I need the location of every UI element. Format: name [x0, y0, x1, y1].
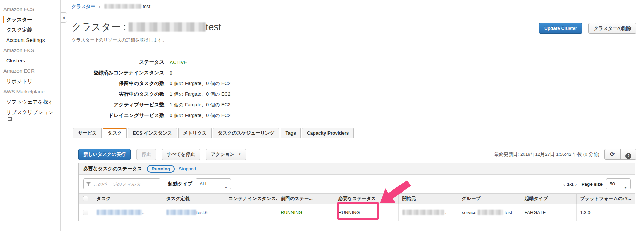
tab-metrics[interactable]: メトリクス	[178, 128, 212, 138]
main-content: クラスター › -test クラスター : test Update Cluste…	[61, 0, 644, 231]
task-link[interactable]: ...	[142, 210, 146, 215]
redacted-task-id	[97, 210, 142, 215]
nav-section-aws-marketplace: AWS Marketplace	[0, 86, 60, 97]
col-header-task[interactable]: タスク	[93, 194, 163, 204]
tab-tags[interactable]: Tags	[281, 128, 301, 138]
redacted-cluster-name	[104, 4, 141, 9]
group-suffix: -test	[503, 210, 512, 215]
delete-cluster-button[interactable]: クラスターの削除	[588, 23, 636, 34]
status-field-label: 保留中のタスクの数	[72, 80, 164, 87]
help-button[interactable]: ?	[620, 149, 636, 159]
col-header-group[interactable]: グループ	[458, 194, 521, 204]
pagination: ‹ 1-1 › Page size 50 ▼	[562, 175, 631, 193]
tab-ecs-instances[interactable]: ECS インスタンス	[128, 128, 177, 138]
tab-capacity-providers[interactable]: Capacity Providers	[302, 128, 354, 138]
started-by-cell: .	[398, 204, 458, 221]
platform-version-cell: 1.3.0	[576, 204, 635, 221]
sidebar-item-account-settings[interactable]: Account Settings	[0, 35, 60, 45]
next-page-button[interactable]: ›	[573, 181, 579, 187]
page-title-prefix: クラスター :	[72, 22, 129, 32]
status-row: 実行中のタスクの数 1 個の Fargate、0 個の EC2	[72, 89, 230, 100]
select-all-checkbox[interactable]	[83, 196, 88, 201]
col-header-container-instance[interactable]: コンテナインスタンス...	[225, 194, 277, 204]
status-field-label: ステータス	[72, 59, 164, 66]
sidebar-item-label: リポジトリ	[6, 78, 33, 84]
nav-section-amazon-ecr: Amazon ECR	[0, 66, 60, 76]
stop-all-button[interactable]: すべてを停止	[162, 149, 200, 160]
started-by-suffix: .	[445, 210, 446, 215]
status-field-label: アクティブサービス数	[72, 102, 164, 108]
page-range-text: 1-1	[567, 182, 574, 187]
update-cluster-button[interactable]: Update Cluster	[539, 23, 582, 34]
registered-instances-value: 0	[170, 70, 172, 76]
sidebar-item-label: Clusters	[6, 58, 25, 63]
launch-type-value: ALL	[200, 181, 208, 186]
panel-border	[73, 138, 73, 227]
sidebar-item-clusters[interactable]: クラスター	[0, 14, 60, 25]
group-prefix: service:	[462, 210, 478, 215]
status-row: ステータス ACTIVE	[72, 57, 230, 68]
chevron-down-icon: ▼	[238, 149, 241, 160]
status-row: ドレイニングサービス数 0 個の Fargate、0 個の EC2	[72, 110, 230, 121]
sidebar-item-label: ソフトウェアを探す	[6, 99, 53, 105]
breadcrumb: クラスター › -test	[72, 3, 150, 10]
tab-tasks[interactable]: タスク	[103, 128, 127, 138]
sidebar-item-eks-clusters[interactable]: Clusters	[0, 56, 60, 66]
col-header-platform-version[interactable]: プラットフォームのバ...	[576, 194, 635, 204]
col-header-task-definition[interactable]: タスク定義	[163, 194, 225, 204]
run-new-task-button[interactable]: 新しいタスクの実行	[78, 149, 131, 160]
prev-page-button[interactable]: ‹	[562, 181, 567, 187]
page-size-value: 50	[610, 181, 615, 186]
redacted-cluster-name-title	[129, 22, 206, 32]
active-indicator-bar	[3, 16, 4, 23]
col-header-started-by[interactable]: 開始元	[398, 194, 458, 204]
status-field-label: 登録済みコンテナインスタンス	[72, 70, 164, 76]
table-header-row: タスク タスク定義 コンテナインスタンス... 前回のステー... 必要なステー…	[79, 194, 635, 204]
nav-section-amazon-eks: Amazon EKS	[0, 45, 60, 56]
stopped-filter-link[interactable]: Stopped	[179, 166, 196, 171]
running-filter-pill[interactable]: Running	[147, 165, 175, 173]
toolbar-right: 最終更新日: 2019年12月27日 1:56:42 午後 (0 分前) ⟳ ?	[494, 149, 636, 160]
header-actions: Update Cluster クラスターの削除	[534, 23, 636, 34]
tab-services[interactable]: サービス	[73, 128, 102, 138]
sidebar-item-discover-software[interactable]: ソフトウェアを探す	[0, 97, 60, 107]
running-tasks-value: 1 個の Fargate、0 個の EC2	[170, 91, 230, 97]
col-header-desired-status[interactable]: 必要なステータス	[335, 194, 398, 204]
active-services-value: 1 個の Fargate、0 個の EC2	[170, 102, 230, 108]
last-status-cell: RUNNING	[277, 204, 335, 221]
page-size-label: Page size	[581, 182, 603, 187]
status-field-label: 実行中のタスクの数	[72, 91, 164, 97]
sidebar-item-subscriptions[interactable]: サブスクリプション	[0, 107, 60, 124]
chevron-down-icon: ▼	[225, 183, 227, 193]
filter-funnel-icon	[86, 182, 91, 186]
sidebar-item-repositories[interactable]: リポジトリ	[0, 76, 60, 86]
sidebar-collapse-button[interactable]: ◀	[61, 12, 67, 23]
col-header-launch-type[interactable]: 起動タイプ	[521, 194, 576, 204]
stop-button[interactable]: 停止	[136, 149, 156, 160]
cluster-status-fields: ステータス ACTIVE 登録済みコンテナインスタンス 0 保留中のタスクの数 …	[72, 57, 230, 121]
tab-scheduled-tasks[interactable]: タスクのスケジューリング	[213, 128, 279, 138]
filter-input-wrap	[83, 178, 160, 189]
page-filter-input[interactable]	[83, 178, 160, 189]
col-header-last-status[interactable]: 前回のステー...	[277, 194, 335, 204]
page-size-select[interactable]: 50 ▼	[606, 178, 631, 189]
launch-type-select[interactable]: ALL ▼	[196, 178, 231, 189]
page-title-suffix: test	[206, 22, 221, 32]
panel-bottom-border	[73, 227, 639, 227]
task-status-filter-row: 必要なタスクのステータス: Running Stopped	[79, 163, 635, 175]
row-checkbox[interactable]	[83, 210, 88, 215]
sidebar-item-label: タスク定義	[6, 27, 32, 33]
sidebar-item-task-definitions[interactable]: タスク定義	[0, 25, 60, 35]
sidebar-nav: Amazon ECS クラスター タスク定義 Account Settings …	[0, 0, 61, 231]
breadcrumb-separator: ›	[99, 4, 100, 9]
sidebar-item-label: Account Settings	[6, 37, 45, 43]
title-divider	[66, 35, 639, 35]
refresh-button[interactable]: ⟳	[605, 149, 620, 159]
status-field-label: ドレイニングサービス数	[72, 112, 164, 119]
table-controls-row: 起動タイプ ALL ▼ ‹ 1-1 › Page size 50 ▼	[79, 175, 635, 193]
breadcrumb-clusters-link[interactable]: クラスター	[72, 4, 95, 9]
help-icon: ?	[625, 153, 631, 159]
task-definition-link[interactable]: test:6	[196, 210, 208, 215]
actions-dropdown-button[interactable]: アクション ▼	[206, 149, 246, 160]
actions-label: アクション	[211, 152, 235, 157]
